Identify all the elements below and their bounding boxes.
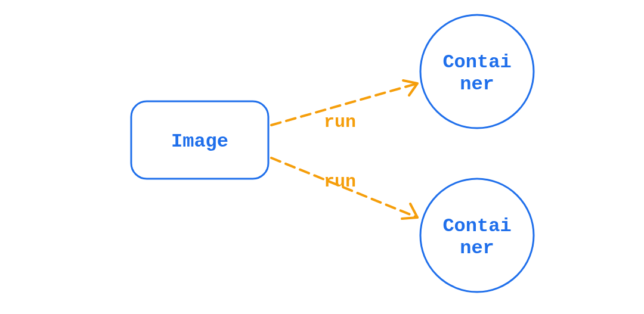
run-edge-2: run	[271, 158, 417, 219]
diagram-canvas: Image Contai ner Contai ner run run	[0, 0, 644, 314]
run-edge-1-label: run	[324, 112, 356, 132]
container-node-2: Contai ner	[420, 179, 534, 292]
image-node-label: Image	[171, 130, 228, 153]
container-node-2-line1: Contai	[442, 215, 511, 237]
image-node: Image	[131, 101, 268, 179]
container-node-1-line2: ner	[460, 73, 494, 95]
run-edge-1: run	[271, 80, 417, 132]
container-node-1-line1: Contai	[442, 51, 511, 73]
container-node-2-line2: ner	[460, 237, 494, 259]
container-node-1: Contai ner	[420, 15, 534, 128]
run-edge-2-label: run	[324, 172, 356, 192]
